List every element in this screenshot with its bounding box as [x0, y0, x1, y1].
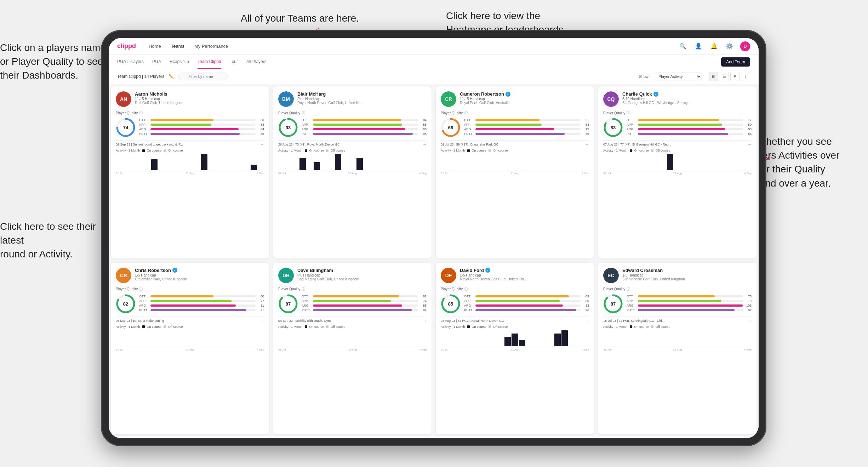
profile-icon[interactable]: 👤 [693, 41, 703, 51]
nav-home[interactable]: Home [149, 44, 161, 49]
player-card[interactable]: BM Blair McHarg Plus Handicap Royal Nort… [273, 86, 432, 258]
latest-activity[interactable]: 26 Aug 23 | 73 (+1), Royal North Devon G… [278, 140, 427, 147]
off-course-label: Off course [656, 325, 670, 329]
avatar[interactable]: U [740, 41, 750, 51]
player-card[interactable]: CR Chris Robertson ✓ 1-5 Handicap Craigm… [111, 263, 269, 435]
player-club: Sag Maging Golf Club, United Kingdom [297, 277, 427, 281]
quality-content: 74 OTT 60 APP 58 ARG 84 PUTT 85 [116, 118, 264, 137]
mini-chart-section: Activity · 1 Month On course Off course … [603, 325, 752, 351]
svg-text:82: 82 [123, 301, 128, 307]
off-course-legend [651, 325, 653, 328]
player-card[interactable]: EC Edward Crossman 1-5 Handicap Sunningd… [598, 263, 756, 435]
on-course-label: On course [147, 325, 162, 329]
player-name[interactable]: Chris Robertson ✓ [135, 268, 264, 273]
settings-icon[interactable]: ⚙️ [725, 41, 735, 51]
add-team-button[interactable]: Add Team [721, 57, 750, 67]
activity-arrow-icon: → [585, 319, 589, 323]
off-course-label: Off course [168, 149, 183, 152]
tab-hcaps[interactable]: Hcaps 1-5 [170, 55, 189, 69]
score-circle[interactable]: 74 [116, 118, 136, 137]
quality-section: Player Quality ⓘ 82 OTT 60 APP 77 ARG [116, 287, 264, 314]
latest-activity-text: 26 Aug 23 | 84 (+12), Royal North Devon … [441, 319, 504, 323]
player-card[interactable]: DF David Ford ✓ 1-5 Handicap Royal North… [436, 263, 594, 435]
activity-arrow-icon: → [260, 142, 264, 147]
player-name[interactable]: Blair McHarg [297, 91, 427, 97]
tab-pga[interactable]: PGA [152, 55, 161, 69]
sort-view-button[interactable]: ↕ [741, 72, 750, 81]
player-card-header: DB Dave Billingham Plus Handicap Sag Mag… [278, 268, 427, 283]
player-card[interactable]: CR Cameron Robertson ✓ 11-15 Handicap Ro… [436, 86, 594, 258]
player-card-header: AN Aaron Nicholls 11-15 Handicap Drift G… [116, 91, 264, 107]
off-course-legend [489, 325, 491, 328]
player-avatar: CR [116, 268, 131, 283]
player-name[interactable]: Cameron Robertson ✓ [460, 91, 589, 97]
search-icon[interactable]: 🔍 [678, 41, 688, 51]
player-card[interactable]: DB Dave Billingham Plus Handicap Sag Mag… [273, 263, 432, 435]
score-circle[interactable]: 83 [603, 118, 623, 137]
on-course-legend [630, 149, 632, 152]
quality-section: Player Quality ⓘ 87 OTT 73 APP 79 ARG [603, 287, 752, 314]
verified-badge: ✓ [172, 268, 177, 273]
player-name[interactable]: Edward Crossman [622, 268, 752, 273]
mini-chart-label: Activity · 1 Month On course Off course [278, 149, 427, 152]
player-handicap: Plus Handicap [297, 97, 427, 101]
on-course-legend [142, 325, 145, 328]
player-avatar: CQ [603, 91, 619, 107]
list-view-button[interactable]: ☰ [720, 72, 729, 81]
on-course-legend [305, 149, 307, 152]
sub-tabs: PGAT Players PGA Hcaps 1-5 Team Clippd T… [109, 55, 759, 69]
player-card-header: CR Chris Robertson ✓ 1-5 Handicap Craigm… [116, 268, 264, 283]
grid-view-button[interactable]: ⊞ [709, 72, 718, 81]
latest-activity[interactable]: 07 Aug 23 | 77 (+7), St George's Hill GC… [603, 140, 752, 147]
edit-icon[interactable]: ✏️ [169, 74, 174, 79]
verified-badge: ✓ [485, 268, 490, 273]
nav-teams[interactable]: Teams [171, 44, 184, 49]
quality-section: Player Quality ⓘ 93 OTT 84 APP 85 ARG [278, 110, 427, 137]
score-circle[interactable]: 68 [441, 118, 461, 137]
player-card[interactable]: AN Aaron Nicholls 11-15 Handicap Drift G… [111, 86, 269, 258]
nav-my-performance[interactable]: My Performance [194, 44, 228, 49]
mini-chart-section: Activity · 1 Month On course Off course … [603, 149, 752, 175]
tab-all-players[interactable]: All Players [246, 55, 267, 69]
tab-tour[interactable]: Tour [230, 55, 238, 69]
team-name: Team Clippd | 14 Players [117, 74, 164, 79]
latest-activity[interactable]: 26 Aug 23 | 84 (+12), Royal North Devon … [441, 317, 589, 323]
score-circle[interactable]: 87 [278, 294, 298, 314]
player-name[interactable]: David Ford ✓ [460, 268, 589, 273]
quality-section: Player Quality ⓘ 87 OTT 82 APP 74 ARG [278, 287, 427, 314]
tab-pgat-players[interactable]: PGAT Players [117, 55, 144, 69]
latest-activity[interactable]: 05 Mar 23 | 19, Must make putting → [116, 317, 264, 323]
player-handicap: 1-5 Handicap [622, 273, 752, 277]
player-avatar: BM [278, 91, 294, 107]
on-course-legend [630, 325, 632, 328]
on-course-label: On course [309, 149, 324, 152]
score-circle[interactable]: 87 [603, 294, 623, 314]
player-name[interactable]: Charlie Quick ✓ [622, 91, 752, 97]
off-course-label: Off course [168, 325, 183, 329]
filter-input[interactable] [178, 73, 228, 80]
score-circle[interactable]: 82 [116, 294, 136, 314]
mini-chart-label: Activity · 1 Month On course Off course [116, 325, 264, 329]
filter-view-button[interactable]: ▼ [730, 72, 739, 81]
score-circle[interactable]: 85 [441, 294, 461, 314]
player-avatar: CR [441, 91, 456, 107]
latest-activity-text: 02 Jul 23 | 59 (+17), Craigmillar Park G… [441, 143, 498, 146]
tab-team-clippd[interactable]: Team Clippd [198, 55, 221, 69]
player-info: Chris Robertson ✓ 1-5 Handicap Craigmill… [135, 268, 264, 281]
off-course-legend [164, 149, 166, 152]
latest-activity[interactable]: 02 Jul 23 | 59 (+17), Craigmillar Park G… [441, 140, 589, 147]
on-course-label: On course [634, 325, 649, 329]
player-info: David Ford ✓ 1-5 Handicap Royal North De… [460, 268, 589, 281]
bell-icon[interactable]: 🔔 [709, 41, 719, 51]
on-course-label: On course [472, 149, 487, 152]
latest-activity[interactable]: 18 Jul 23 | 74 (+4), Sunningdale GC - Ol… [603, 317, 752, 323]
score-circle[interactable]: 93 [278, 118, 298, 137]
player-grid: AN Aaron Nicholls 11-15 Handicap Drift G… [109, 84, 759, 437]
svg-text:93: 93 [286, 125, 291, 130]
player-card[interactable]: CQ Charlie Quick ✓ 6-10 Handicap St. Geo… [598, 86, 756, 258]
latest-activity[interactable]: 04 Sep 23 | Mobility with coach, Gym → [278, 317, 427, 323]
player-name[interactable]: Dave Billingham [297, 268, 427, 273]
show-select[interactable]: Player Activity Quality Score Trend [654, 73, 702, 80]
latest-activity[interactable]: 02 Sep 23 | Sunset round to get back int… [116, 140, 264, 147]
player-name[interactable]: Aaron Nicholls [135, 91, 264, 97]
